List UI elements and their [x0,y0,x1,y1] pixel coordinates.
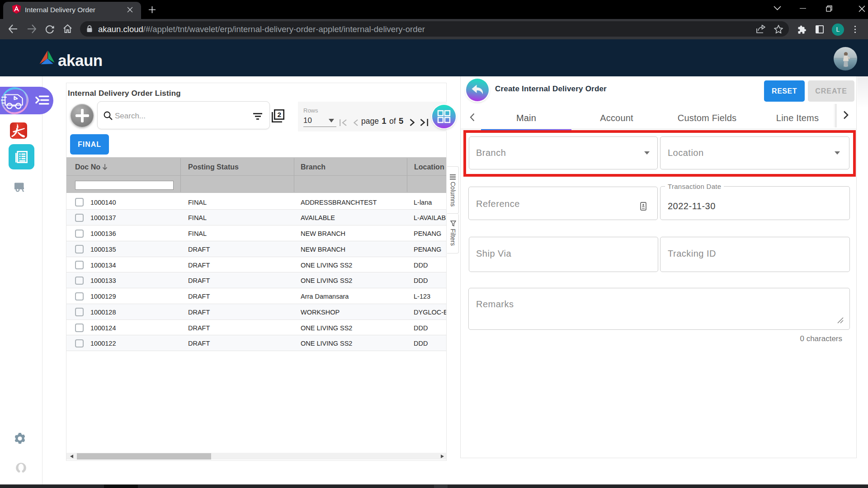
svg-text:2: 2 [277,111,281,118]
